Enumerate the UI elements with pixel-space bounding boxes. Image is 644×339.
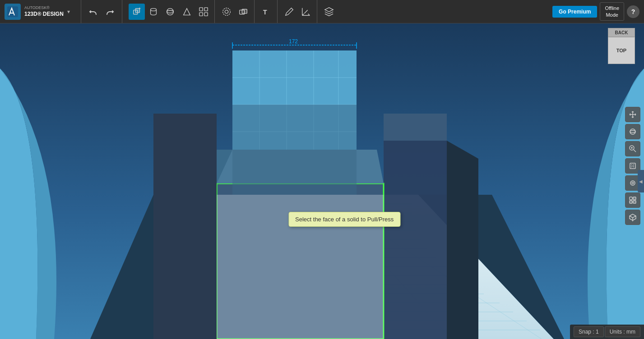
view-options-button[interactable]: [625, 192, 640, 208]
right-buttons: Go Premium OfflineMode ?: [548, 2, 644, 21]
text-group: T: [255, 0, 278, 23]
toolbar-main: T: [122, 0, 548, 23]
svg-rect-64: [630, 201, 632, 203]
units-status[interactable]: Units : mm: [605, 326, 640, 337]
undo-redo-group: [81, 0, 122, 23]
orbit-button[interactable]: [625, 124, 640, 139]
cylinder-button[interactable]: [145, 4, 162, 20]
viewport[interactable]: 172 Select the face of a solid to Pull/P…: [0, 23, 644, 339]
nav-controls: [625, 107, 640, 225]
svg-text:172: 172: [289, 38, 298, 45]
svg-point-6: [167, 8, 174, 15]
svg-rect-63: [633, 197, 636, 200]
view-cube: BACK TOP: [608, 28, 639, 60]
layers-toolbar-group: [318, 0, 340, 23]
svg-rect-15: [242, 9, 247, 13]
svg-point-5: [151, 8, 157, 11]
svg-line-56: [634, 150, 636, 152]
back-view-button[interactable]: BACK: [608, 28, 635, 37]
sketch-group: [278, 0, 317, 23]
svg-point-7: [167, 10, 174, 13]
svg-rect-62: [630, 197, 632, 200]
svg-rect-2: [135, 8, 139, 12]
expand-panel-button[interactable]: ◀: [638, 170, 644, 192]
modify-group: [216, 0, 255, 23]
primitives-group: [126, 0, 215, 23]
solid-button[interactable]: [235, 4, 251, 20]
brand-name: AUTODESK®: [24, 5, 64, 11]
svg-point-12: [225, 10, 228, 13]
premium-button[interactable]: Go Premium: [552, 6, 597, 18]
svg-text:T: T: [263, 8, 267, 15]
multi-button[interactable]: [195, 4, 212, 20]
svg-point-53: [630, 129, 635, 134]
svg-point-54: [630, 131, 635, 133]
measure-button[interactable]: [298, 4, 314, 20]
svg-rect-9: [204, 7, 208, 10]
logo-icon: [5, 4, 21, 20]
pan-button[interactable]: [625, 107, 640, 122]
svg-rect-8: [199, 7, 203, 10]
logo-area: AUTODESK® 123D® DESIGN ▾: [0, 0, 81, 23]
box-button[interactable]: [129, 4, 145, 20]
logo-text: AUTODESK® 123D® DESIGN: [24, 5, 64, 18]
offline-mode-button[interactable]: OfflineMode: [600, 2, 624, 21]
svg-point-13: [223, 8, 231, 15]
svg-rect-10: [199, 12, 203, 15]
svg-rect-59: [630, 163, 635, 169]
top-view-button[interactable]: TOP: [608, 37, 635, 64]
logo-dropdown[interactable]: ▾: [67, 9, 70, 15]
text-button[interactable]: T: [258, 4, 274, 20]
sphere-button[interactable]: [162, 4, 178, 20]
scene-svg: 172: [0, 23, 644, 339]
materials-button[interactable]: [625, 210, 640, 225]
svg-point-60: [630, 181, 635, 185]
undo-button[interactable]: [87, 5, 100, 18]
snap-status[interactable]: Snap : 1: [574, 326, 604, 337]
cone-button[interactable]: [179, 4, 195, 20]
help-button[interactable]: ?: [627, 5, 639, 18]
svg-line-17: [304, 10, 307, 13]
main-toolbar: AUTODESK® 123D® DESIGN ▾: [0, 0, 644, 23]
layers-button[interactable]: [321, 4, 337, 20]
tooltip-text: Select the face of a solid to Pull/Press: [295, 216, 394, 223]
snap-button[interactable]: [218, 4, 235, 20]
svg-point-61: [632, 182, 634, 184]
redo-button[interactable]: [103, 5, 116, 18]
statusbar: Snap : 1 Units : mm: [570, 325, 644, 339]
sketch-button[interactable]: [281, 4, 297, 20]
svg-rect-11: [204, 12, 208, 15]
product-name: 123D® DESIGN: [24, 11, 64, 18]
zoom-button[interactable]: [625, 141, 640, 156]
svg-rect-65: [633, 201, 636, 203]
tooltip: Select the face of a solid to Pull/Press: [288, 212, 400, 227]
